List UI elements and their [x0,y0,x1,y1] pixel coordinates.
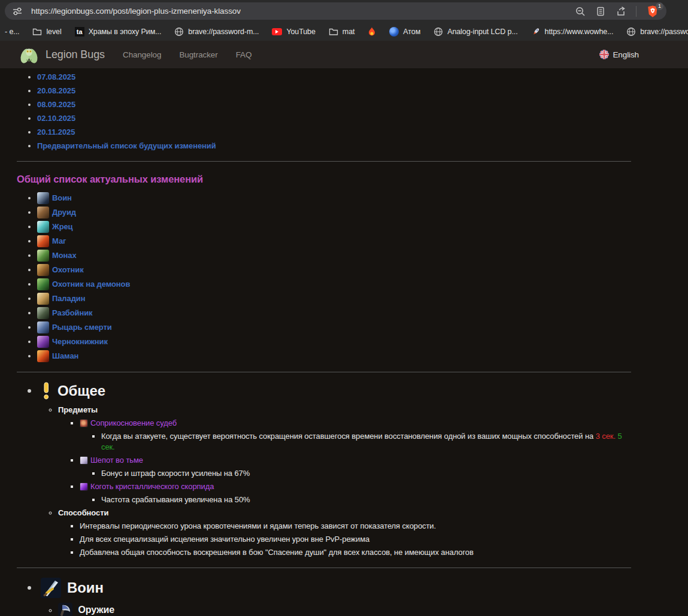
list-item: Воин [37,192,688,204]
date-link[interactable]: 08.09.2025 [37,100,75,109]
atom-favicon [389,27,399,37]
date-link[interactable]: 20.11.2025 [37,128,75,136]
list-item: Способности Интервалы периодического уро… [58,508,688,558]
whisper-in-the-dark-item-icon [80,456,88,465]
item-description-list: Частота срабатывания увеличена на 50% [80,494,688,505]
crystalline-scorpid-claw-item-icon [80,483,88,491]
list-item: Шаман [37,350,688,362]
item-link-whisper-in-the-dark[interactable]: Шепот во тьме [90,456,143,465]
class-link-druid[interactable]: Друид [52,208,76,217]
warrior-groups: Оружие Предметы Бонус 2 предметов компле… [0,603,688,616]
touch-of-fates-item-icon [80,419,88,427]
old-value: 3 сек. [596,432,616,441]
bookmark-item[interactable]: - e... [5,28,19,36]
folder-icon [329,27,338,37]
site-settings-icon[interactable] [12,6,23,17]
list-item: Разбойник [37,307,688,319]
address-bar[interactable]: https://legionbugs.com/post/legion-plus-… [5,2,666,20]
shaman-class-icon [37,350,49,362]
change-description: Добавлена общая способность воскрешения … [80,547,688,558]
priest-class-icon [37,221,49,233]
nav-changelog[interactable]: Changelog [123,50,161,59]
globe-icon [174,27,184,37]
section-title: Общее [57,383,105,399]
item-link-crystalline-scorpid-claw[interactable]: Коготь кристаллического скорпида [90,482,214,491]
site-header: Legion Bugs Changelog Bugtracker FAQ Eng… [0,41,688,68]
list-item: Жрец [37,221,688,233]
class-link-shaman[interactable]: Шаман [52,351,78,360]
class-link-hunter[interactable]: Охотник [52,265,84,274]
class-link-warrior[interactable]: Воин [52,193,72,202]
nav-bugtracker[interactable]: Bugtracker [179,50,217,59]
class-link-demon-hunter[interactable]: Охотник на демонов [52,280,130,289]
list-item: Паладин [37,293,688,305]
death-knight-class-icon [37,321,49,333]
shield-badge: 1 [656,2,663,10]
bookmarks-bar: - e... level ta Храмы в эпоху Рим... bra… [0,22,688,41]
list-item: 08.09.2025 [37,99,688,110]
post-content: 07.08.2025 20.08.2025 08.09.2025 02.10.2… [0,68,688,616]
future-changes-link[interactable]: Предварительный список будущих изменений [37,141,216,150]
class-list: Воин Друид Жрец Маг Монах Охотник Охотни… [0,192,688,362]
change-description: Бонус и штраф скорости усилены на 67% [101,468,628,479]
class-link-priest[interactable]: Жрец [52,222,73,231]
bookmark-item[interactable]: ta Храмы в эпоху Рим... [75,27,162,37]
globe-icon [626,27,636,37]
list-item: Чернокнижник [37,336,688,348]
zoom-out-icon[interactable] [575,6,586,17]
browser-toolbar: https://legionbugs.com/post/legion-plus-… [0,0,688,22]
section-warrior: Воин Оружие Предметы Бонус 2 предмет [0,578,688,616]
divider [17,372,631,372]
class-link-monk[interactable]: Монах [52,251,77,260]
class-link-rogue[interactable]: Разбойник [52,308,92,317]
divider [636,6,637,17]
bookmark-item[interactable]: YouTube [272,28,315,36]
weapon-header: Оружие [78,605,115,615]
class-link-mage[interactable]: Маг [52,236,66,245]
bookmark-item[interactable] [368,27,376,37]
bookmark-item[interactable]: Analog-input LCD p... [434,27,517,37]
bookmark-folder-mat[interactable]: mat [329,27,355,37]
class-link-death-knight[interactable]: Рыцарь смерти [52,323,112,332]
date-link[interactable]: 20.08.2025 [37,86,75,95]
nav-faq[interactable]: FAQ [236,50,252,59]
share-icon[interactable] [616,6,626,17]
bookmark-item[interactable]: brave://password-m... [626,27,688,37]
bookmark-item[interactable]: https://www.wowhe... [531,27,614,37]
item-link-touch-of-fates[interactable]: Соприкосновение судеб [90,418,177,427]
reader-mode-icon[interactable] [595,6,606,17]
list-item: Предметы Соприкосновение судеб Когда вы … [58,405,688,505]
change-description: Частота срабатывания увеличена на 50% [101,494,628,505]
brave-shield-icon[interactable]: 1 [646,5,659,18]
url-text[interactable]: https://legionbugs.com/post/legion-plus-… [31,7,241,16]
list-item: Оружие Предметы Бонус 2 предметов компле… [58,603,688,616]
bookmark-folder-level[interactable]: level [32,27,61,37]
list-item: Маг [37,235,688,247]
section-title: Воин [67,579,104,596]
mantis-logo-icon[interactable] [18,44,40,66]
list-item: Монах [37,250,688,262]
bookmark-item[interactable]: brave://password-m... [174,27,259,37]
list-item: Рыцарь смерти [37,321,688,333]
browser-chrome: https://legionbugs.com/post/legion-plus-… [0,0,688,41]
list-item: Шепот во тьме Бонус и штраф скорости уси… [80,455,688,479]
date-link[interactable]: 02.10.2025 [37,114,75,123]
rocket-icon [531,27,541,37]
flame-icon [368,27,376,37]
date-link[interactable]: 07.08.2025 [37,72,75,81]
bookmark-item[interactable]: Атом [389,27,420,37]
class-link-paladin[interactable]: Паладин [52,294,85,303]
language-selector[interactable]: English [599,50,639,59]
druid-class-icon [37,207,49,219]
site-brand[interactable]: Legion Bugs [46,48,105,61]
warlock-class-icon [37,336,49,348]
bullet [28,389,31,393]
list-item: Охотник на демонов [37,278,688,290]
exclamation-icon [41,382,51,400]
list-item: 20.08.2025 [37,86,688,96]
change-description: Интервалы периодического урона кровотече… [80,521,688,532]
class-link-warlock[interactable]: Чернокнижник [52,337,108,346]
general-groups: Предметы Соприкосновение судеб Когда вы … [0,405,688,558]
list-item: Охотник [37,264,688,276]
item-description-list: Когда вы атакуете, существует вероятност… [80,431,688,453]
